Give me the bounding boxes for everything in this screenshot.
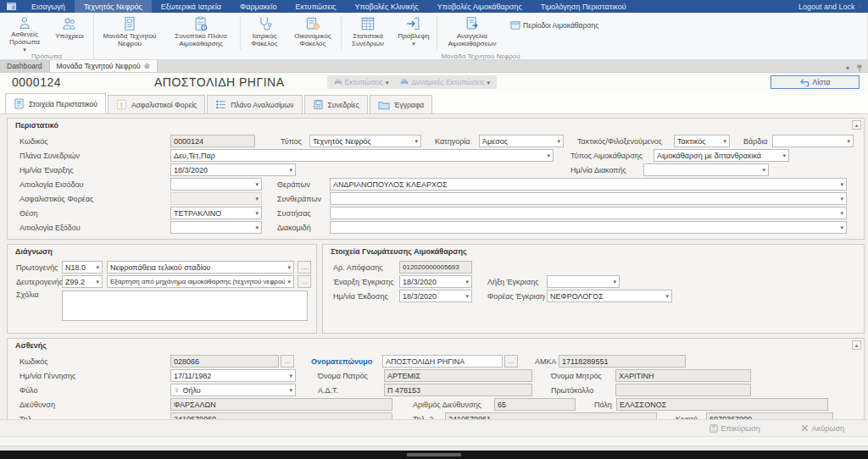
print-toolbar: Εκτυπώσεις ▾ Δυναμικές Εκτυπώσεις ▾	[327, 75, 497, 89]
incident-session-plan-dropdown[interactable]: Δευ,Τετ,Παρ▾	[170, 149, 554, 162]
approval-start-picker[interactable]: 18/3/2020▾	[399, 275, 472, 288]
patient-code-lookup-button[interactable]: …	[281, 355, 294, 368]
close-icon[interactable]: ⊗	[144, 63, 151, 70]
dropdown-arrow-icon: ▾	[844, 138, 850, 145]
patient-protocol-field[interactable]	[615, 384, 751, 396]
folder-icon	[378, 100, 390, 110]
diagnosis-comments-textarea[interactable]	[62, 290, 308, 321]
menu-ypovoles-klinikis[interactable]: Υποβολές Κλινικής	[346, 0, 428, 13]
menu-timologisi-peristatikou[interactable]: Τιμολόγηση Περιστατικού	[531, 0, 636, 13]
diagnosis-primary-desc-dropdown[interactable]: Νεφροπάθεια τελικού σταδίου▾	[107, 261, 294, 274]
subtab-incident-details[interactable]: Στοιχεία Περιστατικού	[5, 93, 106, 113]
incident-type-dropdown[interactable]: Τεχνητός Νεφρός▾	[309, 135, 421, 147]
incident-entry-reason-dropdown[interactable]: ▾	[170, 178, 262, 191]
menu-eisagogi[interactable]: Εισαγωγή	[22, 0, 75, 13]
cancel-button[interactable]: Ακύρωση	[801, 424, 844, 433]
patient-city-field[interactable]: ΕΛΑΣΣΟΝΟΣ	[616, 398, 828, 411]
incident-exit-reason-dropdown[interactable]: ▾	[170, 221, 262, 234]
dialysis-announcement-button[interactable]: Αναγγελία Αιμοκαθάρσεων	[439, 14, 505, 53]
menu-ektyposeis[interactable]: Εκτυπώσεις	[287, 0, 346, 13]
subtab-consumables-plan[interactable]: Πλάνο Αναλωσίμων	[207, 95, 302, 113]
patient-phone-field[interactable]: 2410579060	[170, 412, 392, 419]
diagnosis-primary-code-dropdown[interactable]: N18.0▾	[62, 261, 103, 274]
incident-stop-date-picker[interactable]: ▾	[643, 163, 769, 176]
diagnosis-primary-more-button[interactable]: …	[298, 261, 311, 274]
patient-fullname-label[interactable]: Ονοματεπώνυμο	[304, 357, 381, 366]
forecast-button[interactable]: Πρόβλεψη ▾	[392, 14, 435, 53]
patient-father-label: Όνομα Πατρός	[311, 372, 382, 380]
chevron-down-icon[interactable]: ▾	[846, 64, 849, 72]
app-logo-icon[interactable]	[0, 0, 22, 13]
incident-category-dropdown[interactable]: Άμεσος▾	[479, 135, 564, 147]
patient-birth-date-picker[interactable]: 17/11/1982▾	[170, 369, 296, 382]
incident-tactical-dropdown[interactable]: Τακτικός▾	[674, 135, 730, 147]
ypoxreoi-button[interactable]: Υπόχρεοι	[47, 14, 92, 53]
medical-file-button[interactable]: Ιατρικός Φάκελος	[242, 14, 287, 53]
approval-body-dropdown[interactable]: ΝΕΦΡΟΛΟΓΟΣ▾	[547, 290, 672, 302]
dialysis-periods-button[interactable]: Περίοδοι Αιμοκάθαρσης	[510, 20, 598, 30]
dropdown-arrow-icon: ▾	[253, 196, 259, 202]
synoptic-plan-button[interactable]: Συνοπτικό Πλάνο Αιμοκάθαρσης	[164, 14, 238, 53]
approval-end-picker[interactable]: ▾	[547, 275, 620, 288]
diagnosis-secondary-more-button[interactable]: …	[298, 275, 311, 288]
patient-phone2-field[interactable]: 2410579061	[445, 412, 657, 419]
approval-decision-no-field[interactable]: 012020000005693	[399, 261, 472, 274]
menu-ypovoles-aimokatharsis[interactable]: Υποβολές Αιμοκάθαρσης	[428, 0, 531, 13]
collapse-icon[interactable]: ▲	[852, 120, 861, 130]
incident-position-dropdown[interactable]: ΤΕΤΡΑΚΛΙΝΟ▾	[170, 207, 262, 219]
collapse-icon[interactable]: ▲	[852, 340, 861, 350]
tab-dialysis-unit[interactable]: Μονάδα Τεχνητού Νεφρού ⊗	[50, 60, 158, 72]
patient-mobile-field[interactable]: 6970367000	[706, 412, 833, 419]
incident-stop-date-label: Ημ/νία Διακοπής	[564, 166, 642, 174]
chevron-down-icon: ▾	[487, 80, 491, 86]
dialysis-unit-icon	[121, 15, 138, 32]
subtab-documents[interactable]: Έγγραφα	[370, 95, 432, 113]
subtab-insurance-providers[interactable]: ! Ασφαλιστικοί Φορείς	[108, 95, 205, 113]
subtab-sessions[interactable]: Συνεδρίες	[304, 95, 368, 113]
dropdown-arrow-icon: ▾	[412, 138, 418, 145]
menu-exoterika-iatreia[interactable]: Εξωτερικά Ιατρεία	[152, 0, 231, 13]
patient-code-field[interactable]: 028066	[170, 355, 279, 368]
incident-start-date-picker[interactable]: 18/3/2020▾	[170, 163, 296, 176]
diagnosis-secondary-desc-dropdown[interactable]: Εξάρτηση από μηχάνημα αιμοκάθαρσης (τεχν…	[107, 275, 294, 288]
taskbar-grip[interactable]	[407, 453, 461, 456]
tab-dashboard[interactable]: Dashboard	[0, 60, 50, 72]
patient-address-no-field[interactable]: 65	[494, 398, 576, 411]
incident-referrer-dropdown[interactable]: ▾	[330, 207, 847, 219]
incident-attending-dropdown[interactable]: ΑΝΔΡΙΑΝΟΠΟΥΛΟΣ ΚΛΕΑΡΧΟΣ▾	[330, 178, 847, 191]
menu-farmakeio[interactable]: Φαρμακείο	[231, 0, 286, 13]
incident-shift-dropdown[interactable]: ▾	[772, 135, 854, 147]
list-button[interactable]: Λίστα	[771, 75, 860, 89]
print-button[interactable]: Εκτυπώσεις ▾	[334, 78, 389, 86]
incident-exit-reason-label: Αιτιολογία Εξόδου	[13, 224, 170, 232]
patient-address-field[interactable]: ΦΑΡΣΑΛΩΝ	[170, 398, 392, 411]
diagnosis-secondary-code-dropdown[interactable]: Z99.2▾	[62, 275, 103, 288]
patient-id-card-field[interactable]: Π 478153	[384, 384, 532, 396]
economic-file-button[interactable]: Οικονομικός Φάκελος	[287, 14, 339, 53]
incident-insurance-dropdown[interactable]: ▾	[170, 192, 262, 205]
patient-address-label: Διεύθυνση	[13, 401, 170, 409]
patient-fullname-field[interactable]: ΑΠΟΣΤΟΛΙΔΗ ΡΗΓΙΝΑ	[382, 355, 503, 368]
ribbon-group-unit: Μονάδα Τεχνητού Νεφρού Συνοπτικό Πλάνο Α…	[94, 13, 868, 59]
confirm-button[interactable]: Επικύρωση	[709, 424, 760, 433]
logout-and-lock-button[interactable]: Logout and Lock ▾	[798, 0, 868, 13]
session-statistics-button[interactable]: Στατιστικά Συνεδριών	[343, 14, 392, 53]
patient-fullname-lookup-button[interactable]: …	[504, 355, 518, 368]
incident-transfer-dropdown[interactable]: ▾	[330, 221, 847, 234]
incident-code-field[interactable]: 0000124	[170, 135, 255, 147]
menu-texnitos-nefros[interactable]: Τεχνητός Νεφρός	[75, 0, 152, 13]
approval-issue-date-picker[interactable]: 18/3/2020▾	[399, 290, 472, 302]
dialysis-unit-button[interactable]: Μονάδα Τεχνητού Νεφρού	[96, 14, 164, 53]
patient-father-field[interactable]: ΑΡΤΕΜΙΣ	[384, 369, 532, 382]
patient-amka-field[interactable]: 17118289551	[559, 355, 686, 368]
application-window: Εισαγωγή Τεχνητός Νεφρός Εξωτερικά Ιατρε…	[0, 0, 868, 459]
patient-gender-dropdown[interactable]: ♀Θήλυ▾	[170, 384, 296, 396]
patient-mobile-label: Κινητό	[669, 415, 704, 420]
patients-persons-button[interactable]: Ασθενείς Πρόσωπα ▾	[2, 14, 47, 53]
incident-dialysis-type-dropdown[interactable]: Αιμοκάθαρση με διττανθρακικά▾	[654, 149, 789, 162]
dynamic-print-button[interactable]: Δυναμικές Εκτυπώσεις ▾	[400, 78, 490, 86]
incident-co-attending-dropdown[interactable]: ▾	[330, 192, 847, 205]
patient-mother-field[interactable]: ΧΑΡΙΤΙΝΗ	[615, 369, 751, 382]
pin-icon[interactable]	[856, 64, 863, 72]
printer-icon	[334, 79, 342, 86]
